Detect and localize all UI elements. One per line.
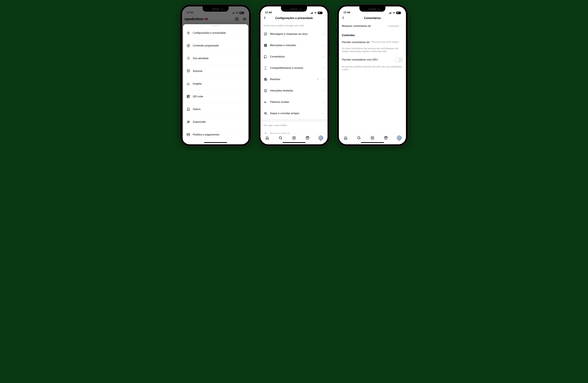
- chart-icon: [186, 82, 190, 86]
- tab-new-post[interactable]: [370, 135, 375, 140]
- tab-search[interactable]: [278, 135, 283, 140]
- section-header-interaction: Como outros podem interagir com você: [260, 22, 328, 28]
- menu-item-bookmark[interactable]: Salvos: [183, 103, 248, 116]
- menu-item-label: Insights: [193, 82, 202, 85]
- tab-home[interactable]: [343, 135, 348, 140]
- avatar-icon: [318, 135, 323, 140]
- menu-item-gear[interactable]: Configurações e privacidade: [183, 27, 248, 39]
- cellular-icon: [310, 12, 313, 14]
- row-label: Permitir comentários com GIFs: [342, 58, 378, 61]
- follow-icon: [264, 112, 268, 115]
- home-indicator[interactable]: [283, 142, 305, 143]
- chevron-right-icon: [322, 33, 324, 35]
- card-icon: [186, 133, 190, 136]
- menu-item-label: QR code: [193, 95, 203, 98]
- restrict-icon: [264, 78, 268, 81]
- chevron-right-icon: [322, 55, 324, 58]
- menu-item-label: Conteúdo programado: [193, 44, 219, 47]
- comment-icon: [264, 55, 268, 59]
- settings-item-label: Compartilhamento e remixes: [270, 67, 319, 69]
- settings-item-label: Comentários: [270, 55, 319, 58]
- menu-item-activity[interactable]: Sua atividade: [183, 52, 248, 65]
- activity-icon: [186, 57, 190, 60]
- back-button[interactable]: [340, 15, 346, 21]
- at-icon: [264, 44, 268, 47]
- settings-item-messenger[interactable]: Mensagens e respostas ao story: [260, 28, 328, 40]
- archive-icon: [186, 69, 190, 73]
- phone-mockup-2: 17:44 49 Configurações e privacidade Com…: [258, 4, 330, 146]
- chevron-right-icon: [400, 25, 403, 27]
- settings-item-follow[interactable]: Seguir e convidar amigos: [260, 108, 328, 119]
- chevron-right-icon: [322, 44, 324, 47]
- bookmark-icon: [186, 107, 190, 111]
- row-block-comments[interactable]: Bloquear comentários de 0 pessoas: [339, 22, 406, 30]
- row-allow-gif-comments: Permitir comentários com GIFs: [339, 55, 406, 65]
- home-indicator[interactable]: [204, 142, 227, 143]
- bottom-sheet-menu: Configurações e privacidadeConteúdo prog…: [183, 24, 248, 144]
- settings-item-label: Marcações e menções: [270, 44, 319, 47]
- settings-item-aa[interactable]: Palavras ocultas: [260, 96, 328, 108]
- tab-search[interactable]: [357, 135, 361, 140]
- settings-item-at[interactable]: Marcações e menções: [260, 40, 328, 51]
- cellular-icon: [389, 12, 392, 14]
- settings-item-label: Restritas: [270, 78, 315, 81]
- menu-item-archive[interactable]: Arquivar: [183, 65, 248, 78]
- trailing-value: 3: [317, 78, 318, 81]
- tab-home[interactable]: [265, 135, 270, 140]
- battery-indicator: 49: [396, 12, 401, 14]
- status-time: 17:44: [343, 11, 350, 14]
- menu-item-label: Arquivar: [193, 69, 202, 73]
- phone-mockup-1: 17:44 49 opedrohen9+: [180, 4, 251, 146]
- menu-item-qr[interactable]: QR code: [183, 90, 248, 103]
- menu-item-clock[interactable]: Conteúdo programado: [183, 39, 248, 52]
- page-title: Configurações e privacidade: [275, 17, 313, 20]
- section-header-controls: Controles: [339, 30, 406, 38]
- sheet-grabber[interactable]: [212, 25, 219, 26]
- status-time: 17:44: [265, 11, 272, 14]
- menu-item-label: Configurações e privacidade: [193, 31, 226, 34]
- menu-item-label: Pedidos e pagamentos: [193, 133, 219, 136]
- row-label: Bloquear comentários de: [342, 24, 371, 28]
- phone-mockup-3: 17:44 49 Comentários Bloquear comentário…: [337, 4, 408, 146]
- section-header-app: Seu app e suas mídias: [260, 121, 328, 128]
- tab-profile[interactable]: [318, 135, 323, 140]
- tab-reels[interactable]: [383, 135, 388, 140]
- chevron-right-icon: [402, 41, 403, 43]
- wifi-icon: [393, 12, 395, 14]
- menu-item-label: Sua atividade: [193, 57, 209, 60]
- gif-comments-toggle[interactable]: [395, 57, 403, 62]
- back-button[interactable]: [262, 15, 268, 21]
- aa-icon: [264, 100, 268, 104]
- chevron-right-icon: [322, 101, 324, 103]
- chevron-right-icon: [322, 78, 324, 81]
- qr-icon: [186, 95, 190, 98]
- tab-reels[interactable]: [305, 135, 310, 140]
- row-allow-comments-from[interactable]: Permitir comentários de Pessoas que você…: [339, 38, 406, 47]
- share-icon: [264, 66, 268, 70]
- tab-new-post[interactable]: [292, 135, 296, 140]
- settings-item-restrict[interactable]: Restritas3: [260, 74, 328, 85]
- settings-item-label: Palavras ocultas: [270, 100, 319, 104]
- nav-header: Comentários: [339, 14, 406, 22]
- settings-item-label: Interações limitadas: [270, 89, 319, 92]
- settings-item-share[interactable]: Compartilhamento e remixes: [260, 62, 328, 74]
- row-label: Permitir comentários de: [342, 41, 370, 44]
- menu-item-label: Salvos: [193, 108, 201, 111]
- menu-item-chart[interactable]: Insights: [183, 78, 248, 90]
- gear-icon: [186, 31, 190, 35]
- home-indicator[interactable]: [361, 142, 384, 143]
- chevron-right-icon: [322, 67, 324, 69]
- tab-profile[interactable]: [397, 135, 402, 140]
- settings-item-label: Seguir e convidar amigos: [270, 112, 319, 115]
- menu-item-card[interactable]: Pedidos e pagamentos: [183, 128, 248, 141]
- wifi-icon: [314, 12, 317, 14]
- settings-item-label: Mensagens e respostas ao story: [270, 32, 319, 36]
- messenger-icon: [264, 32, 268, 36]
- settings-item-comment[interactable]: Comentários: [260, 51, 328, 62]
- description-gif-comments: As pessoas poderão comentar com GIFs nas…: [339, 65, 406, 73]
- settings-item-limit[interactable]: Interações limitadas: [260, 85, 328, 96]
- nav-header: Configurações e privacidade: [260, 14, 328, 22]
- description-block-comments: Os novos comentários das pessoas que voc…: [339, 47, 406, 55]
- limit-icon: [264, 89, 268, 92]
- menu-item-supervise[interactable]: Supervisão: [183, 116, 248, 128]
